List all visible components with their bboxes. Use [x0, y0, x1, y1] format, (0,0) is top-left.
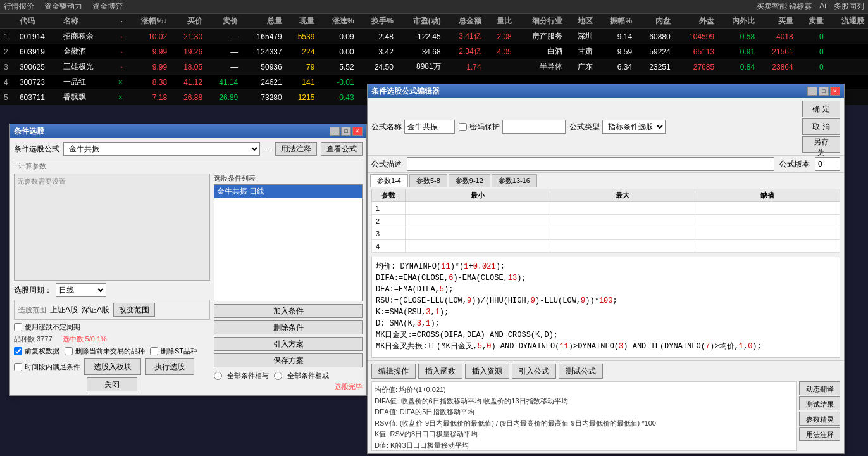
tab-param5-8[interactable]: 参数5-8 — [409, 174, 447, 187]
insert-resource-btn[interactable]: 插入资源 — [465, 364, 509, 379]
param-min-4[interactable] — [409, 243, 546, 250]
delete-condition-btn[interactable]: 删除条件 — [214, 320, 363, 334]
cell-amount: 1.74 — [445, 60, 485, 75]
param-max-4[interactable] — [554, 243, 691, 250]
radio-or[interactable] — [274, 372, 282, 380]
confirm-btn[interactable]: 确 定 — [802, 101, 840, 117]
range-section: 选股范围 上证A股 深证A股 改变范围 — [14, 300, 210, 320]
table-row[interactable]: 3 300625 三雄极光 · 9.99 18.05 — 50936 79 5.… — [0, 60, 868, 75]
desc-input[interactable] — [407, 157, 774, 171]
period-select[interactable]: 日线 — [56, 283, 106, 297]
dynamic-translate-btn[interactable]: 动态翻译 — [799, 381, 840, 395]
menu-item-ai[interactable]: Ai — [819, 1, 826, 12]
param-min-3[interactable] — [409, 230, 546, 238]
time-cond-check[interactable] — [14, 363, 22, 371]
edit-ops-btn[interactable]: 编辑操作 — [371, 364, 416, 379]
insert-func-btn[interactable]: 插入函数 — [418, 364, 462, 379]
del-st-check[interactable] — [150, 347, 158, 355]
cell-io: 0.91 — [718, 44, 759, 60]
save-plan-btn[interactable]: 保存方案 — [214, 353, 363, 367]
cond-maximize-btn[interactable]: □ — [341, 127, 351, 136]
param-min-2[interactable] — [409, 217, 546, 225]
execute-btn[interactable]: 执行选股 — [145, 358, 194, 375]
view-formula-btn[interactable]: 查看公式 — [321, 142, 363, 156]
col-io: 内外比 — [718, 14, 759, 29]
param-max-2[interactable] — [554, 217, 691, 225]
param-default-1[interactable] — [699, 205, 836, 212]
change-range-btn[interactable]: 改变范围 — [113, 303, 155, 317]
cell-vol: 73280 — [242, 90, 285, 105]
confirm-btns: 确 定 取 消 另存为 — [802, 101, 840, 153]
cond-body: 条件选股公式 金牛共振 — 用法注释 查看公式 - 计算参数 无参数需要设置 选… — [10, 138, 366, 395]
param-num: 2 — [372, 215, 406, 227]
tab-param9-12[interactable]: 参数9-12 — [449, 174, 490, 187]
menu-item-capital-game[interactable]: 资金博弈 — [92, 1, 123, 12]
cell-industry: 房产服务 — [516, 29, 566, 44]
param-min-1[interactable] — [409, 205, 546, 212]
name-input[interactable] — [404, 120, 455, 134]
formula-minimize-btn[interactable]: _ — [807, 87, 817, 96]
desc-line-2: DIFA值: 收盘价的6日指数移动平均-收盘价的13日指数移动平均 — [375, 396, 793, 407]
table-row[interactable]: 1 001914 招商积余 · 10.02 21.30 — 165479 553… — [0, 29, 868, 44]
code-line-2: DIFA:=EMA(CLOSE,6)-EMA(CLOSE,13); — [376, 272, 836, 284]
cond-minimize-btn[interactable]: _ — [330, 127, 340, 136]
cell-num: 1 — [0, 29, 16, 44]
menu-item-capital[interactable]: 资金驱动力 — [44, 1, 82, 12]
condition-listbox: 金牛共振 日线 — [214, 184, 363, 301]
saveas-btn[interactable]: 另存为 — [802, 136, 840, 153]
import-formula-btn[interactable]: 引入公式 — [512, 364, 556, 379]
close-row: 关闭 — [14, 377, 210, 391]
cancel-btn[interactable]: 取 消 — [802, 118, 840, 135]
type-select[interactable]: 指标条件选股 — [602, 120, 666, 134]
close-btn[interactable]: 关闭 — [87, 377, 137, 391]
version-input[interactable] — [815, 157, 840, 171]
import-plan-btn[interactable]: 引入方案 — [214, 337, 363, 351]
col-buyvol: 买量 — [759, 14, 797, 29]
use-note-right-btn[interactable]: 用法注释 — [799, 427, 840, 441]
formula-code-area[interactable]: 均价:=DYNAINFO(11)*(1+0.021); DIFA:=EMA(CL… — [371, 256, 840, 358]
range-shz: 上证A股 — [50, 305, 78, 315]
table-row[interactable]: 2 603919 金徽酒 · 9.99 19.26 — 124337 224 0… — [0, 44, 868, 60]
col-cur: 现量 — [286, 14, 319, 29]
del-notrade-check[interactable] — [65, 347, 73, 355]
formula-maximize-btn[interactable]: □ — [819, 87, 829, 96]
cell-num: 5 — [0, 90, 16, 105]
formula-close-btn[interactable]: ✕ — [830, 87, 840, 96]
time-cond-row: 时间段内满足条件 — [14, 362, 80, 372]
col-name: 名称 — [59, 14, 110, 29]
menu-item-multistock[interactable]: 多股同列 — [834, 1, 864, 12]
cell-pe: 122.45 — [397, 29, 445, 44]
cell-industry: 白酒 — [516, 44, 566, 60]
param-default-2[interactable] — [699, 217, 836, 225]
desc-line-5: K值: RSV的3日口口极量移动平均 — [375, 429, 793, 440]
param-default-3[interactable] — [699, 230, 836, 238]
code-line-8: MK日金叉共振:IF(MK日金叉,5,0) AND DYNAINFO(11)>D… — [376, 341, 836, 352]
prev-rights-check[interactable] — [14, 347, 22, 355]
col-vol: 总量 — [242, 14, 285, 29]
add-condition-btn[interactable]: 加入条件 — [214, 304, 363, 318]
tab-param1-4[interactable]: 参数1-4 — [370, 174, 408, 187]
menu-item-competition[interactable]: 买卖智能 锦标赛 — [757, 1, 812, 12]
use-note-btn[interactable]: 用法注释 — [275, 142, 317, 156]
select-board-btn[interactable]: 选股入板块 — [84, 358, 141, 375]
params-area: 无参数需要设置 — [14, 174, 210, 281]
password-input[interactable] — [502, 120, 566, 134]
menu-item-quotes[interactable]: 行情报价 — [4, 1, 34, 12]
param-max-3[interactable] — [554, 230, 691, 238]
param-default-4[interactable] — [699, 243, 836, 250]
test-formula-btn[interactable]: 测试公式 — [559, 364, 603, 379]
tab-param13-16[interactable]: 参数13-16 — [492, 174, 537, 187]
cell-code: 603711 — [16, 90, 59, 105]
use-change-check[interactable] — [14, 323, 22, 331]
cell-outer: 27685 — [674, 60, 718, 75]
cond-close-btn[interactable]: ✕ — [352, 127, 363, 136]
listbox-item[interactable]: 金牛共振 日线 — [214, 185, 362, 198]
formula-select[interactable]: 金牛共振 — [63, 142, 260, 156]
param-wizard-btn[interactable]: 参数精灵 — [799, 412, 840, 426]
password-check[interactable] — [459, 123, 467, 131]
test-results-btn[interactable]: 测试结果 — [799, 396, 840, 410]
cell-ratio: 4.05 — [485, 44, 516, 60]
param-max-1[interactable] — [554, 205, 691, 212]
param-table-container: 参数 最小 最大 缺省 1 2 — [368, 187, 844, 254]
radio-and[interactable] — [214, 372, 222, 380]
